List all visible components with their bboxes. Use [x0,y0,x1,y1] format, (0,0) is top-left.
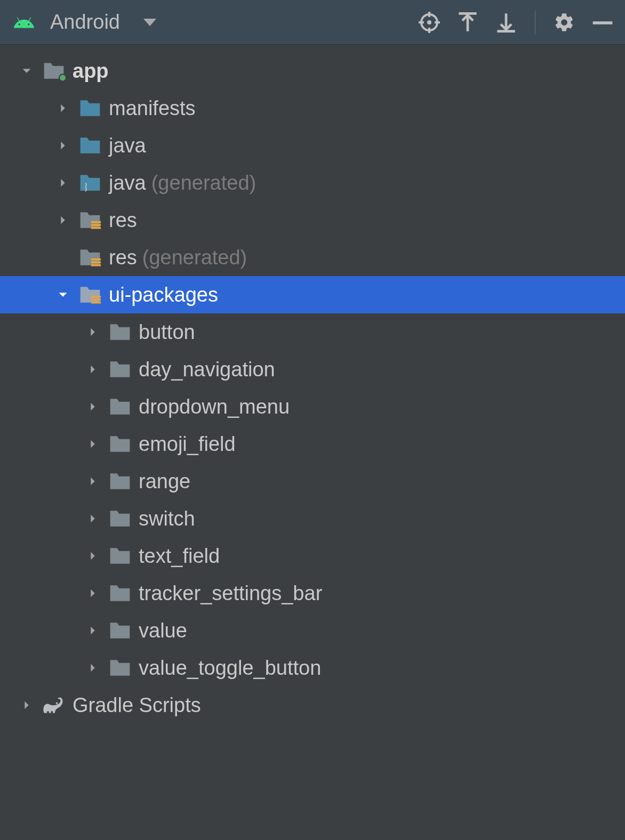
expand-toggle[interactable] [79,438,107,450]
expand-toggle[interactable] [79,662,107,674]
expand-toggle[interactable] [79,364,107,375]
project-tree[interactable]: app manifests java j [0,45,625,724]
node-label: value_toggle_button [139,657,321,680]
expand-toggle[interactable] [79,401,107,413]
expand-toggle[interactable] [49,289,77,301]
chevron-right-icon [57,140,69,151]
chevron-right-icon [87,475,99,487]
module-folder-icon [41,60,67,82]
android-icon [11,11,37,34]
chevron-right-icon [87,513,99,524]
tree-node-gradle-scripts[interactable]: Gradle Scripts [0,686,625,724]
minimize-icon [591,11,614,34]
svg-point-5 [427,20,431,25]
folder-icon [107,358,133,381]
tree-node-res[interactable]: res [0,201,625,239]
node-label: res [109,209,137,232]
expand-toggle[interactable] [79,550,107,562]
expand-toggle[interactable] [13,699,41,711]
svg-rect-10 [593,21,613,25]
tree-node-java-generated[interactable]: java (generated) [0,164,625,201]
svg-rect-13 [91,221,101,223]
target-icon [419,12,440,33]
generated-folder-icon [77,172,103,194]
folder-icon [77,97,103,119]
chevron-down-icon [21,65,33,77]
expand-all-button[interactable] [456,11,479,34]
tree-node-emoji-field[interactable]: emoji_field [0,425,625,463]
tree-node-dropdown-menu[interactable]: dropdown_menu [0,388,625,425]
select-opened-file-button[interactable] [418,11,441,34]
chevron-right-icon [87,438,99,450]
expand-toggle[interactable] [79,475,107,487]
collapse-all-icon [495,12,517,33]
folder-icon [107,582,133,604]
chevron-down-icon [143,19,156,26]
node-label: Gradle Scripts [73,694,201,717]
tree-node-java[interactable]: java [0,127,625,164]
chevron-right-icon [87,326,99,338]
tree-node-value-toggle-button[interactable]: value_toggle_button [0,649,625,686]
hide-button[interactable] [591,11,614,34]
node-suffix: (generated) [142,246,247,269]
node-label: manifests [109,97,196,120]
node-label: button [139,321,195,344]
chevron-right-icon [87,401,99,413]
expand-toggle[interactable] [49,177,77,189]
gear-icon [554,12,575,33]
node-label: java [109,134,146,157]
expand-toggle[interactable] [79,326,107,338]
project-toolbar: Android [0,0,625,45]
node-label: dropdown_menu [139,395,290,418]
folder-icon [107,657,133,679]
expand-toggle[interactable] [49,102,77,114]
tree-node-switch[interactable]: switch [0,500,625,537]
tree-node-app[interactable]: app [0,52,625,90]
toolbar-separator [535,11,535,34]
expand-toggle[interactable] [49,140,77,151]
node-label: ui-packages [109,284,218,306]
tree-node-text-field[interactable]: text_field [0,537,625,575]
node-label: range [139,470,190,493]
tree-node-button[interactable]: button [0,313,625,351]
resource-folder-icon [77,246,103,269]
resource-folder-icon [77,209,103,231]
settings-button[interactable] [552,11,576,34]
svg-rect-19 [91,296,101,298]
expand-toggle[interactable] [13,65,41,77]
expand-toggle[interactable] [79,513,107,524]
tree-node-range[interactable]: range [0,463,625,500]
view-selector[interactable]: Android [11,11,156,34]
collapse-all-button[interactable] [494,11,518,34]
tree-node-manifests[interactable]: manifests [0,90,625,127]
gradle-icon [41,694,67,716]
svg-rect-21 [91,302,101,304]
folder-icon [107,321,133,343]
expand-toggle[interactable] [79,587,107,599]
node-suffix: (generated) [151,172,256,195]
node-label: text_field [139,545,220,568]
resource-folder-icon [77,284,103,306]
node-label: emoji_field [139,433,236,456]
tree-node-day-navigation[interactable]: day_navigation [0,351,625,388]
tree-node-tracker-settings-bar[interactable]: tracker_settings_bar [0,575,625,612]
tree-node-res-generated[interactable]: res (generated) [0,239,625,276]
chevron-down-icon [57,289,69,301]
source-folder-icon [77,134,103,157]
chevron-right-icon [87,550,99,562]
chevron-right-icon [87,662,99,674]
tree-node-ui-packages[interactable]: ui-packages [0,276,625,313]
folder-icon [107,470,133,492]
expand-toggle[interactable] [49,214,77,226]
chevron-right-icon [87,587,99,599]
expand-toggle[interactable] [79,625,107,636]
chevron-right-icon [87,625,99,636]
chevron-right-icon [57,214,69,226]
chevron-right-icon [87,364,99,375]
folder-icon [107,619,133,642]
tree-node-value[interactable]: value [0,612,625,649]
chevron-right-icon [21,699,33,711]
expand-all-icon [457,12,478,33]
folder-icon [107,395,133,418]
folder-icon [107,507,133,530]
